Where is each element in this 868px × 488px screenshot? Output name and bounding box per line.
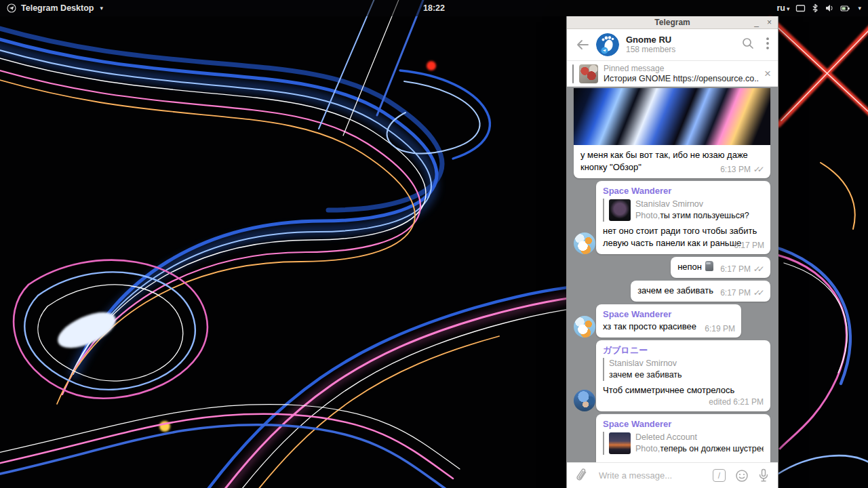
message-time: 6:17 PM [734,241,764,250]
reply-texts: Deleted AccountPhoto,теперь он должен шу… [635,432,764,455]
composer: / [567,462,778,488]
reply-media-prefix: Photo, [635,444,660,453]
message-meta: 6:13 PM✓✓ [720,165,764,174]
minimize-button[interactable]: _ [754,18,759,27]
reply-quote[interactable]: Deleted AccountPhoto,теперь он должен шу… [603,432,764,455]
pinned-accent-bar [572,64,574,83]
pinned-close-button[interactable]: × [764,68,771,79]
message-text: у меня раньше стояла иногда там проще [603,458,764,462]
message-meta: 6:17 PM✓✓ [720,288,764,298]
message-photo[interactable] [574,88,770,145]
reply-author: Deleted Account [635,432,764,443]
moai-emoji [705,261,713,271]
desktop: Telegram Desktop ▾ 18:22 ru▾ ▾ Telegram [0,0,868,488]
chevron-down-icon[interactable]: ▾ [858,5,861,12]
reply-author: Stanislav Smirnov [609,358,682,369]
close-button[interactable]: × [767,18,772,27]
user-avatar[interactable] [574,316,595,338]
reply-quote[interactable]: Stanislav Smirnovзачем ее забивать [603,358,764,381]
message-bubble[interactable]: Space Wandererхз так просто красивее6:19… [596,304,741,338]
message-bubble[interactable]: Space WandererStanislav SmirnovPhoto,ты … [596,181,770,254]
message-row: у меня как бы вот так, ибо не юзаю даже … [574,88,770,178]
user-avatar[interactable] [574,390,595,411]
pinned-message-bar[interactable]: Pinned message История GNOME https://ope… [567,61,778,87]
window-titlebar[interactable]: Telegram _ × [567,16,778,29]
display-icon[interactable] [795,4,806,13]
search-icon [742,37,754,49]
emoji-button[interactable] [735,469,749,483]
pinned-label: Pinned message [604,64,759,74]
chevron-down-icon: ▾ [100,5,103,12]
reply-text-line: зачем ее забивать [609,369,682,381]
voice-message-button[interactable] [758,468,769,483]
reply-text-line: Photo,теперь он должен шустрее ... [635,443,764,455]
message-row: Space WandererStanislav SmirnovPhoto,ты … [574,181,770,254]
microphone-icon [758,468,769,483]
message-bubble[interactable]: непон6:17 PM✓✓ [671,257,770,278]
search-button[interactable] [742,37,754,52]
message-text: Чтоб симметричнее смотрелось [603,384,764,396]
close-icon: × [764,67,771,80]
battery-icon[interactable] [840,4,850,13]
reply-quote[interactable]: Stanislav SmirnovPhoto,ты этим пользуешь… [603,199,764,222]
message-time: 6:17 PM [720,288,751,298]
keyboard-layout-indicator[interactable]: ru▾ [776,3,789,13]
message-bubble[interactable]: Space WandererDeleted AccountPhoto,тепер… [596,414,770,462]
volume-icon[interactable] [825,3,834,13]
pinned-text: История GNOME https://opensource.co... [604,74,759,84]
message-time: edited 6:21 PM [709,397,764,407]
message-author[interactable]: Space Wanderer [603,308,734,320]
reply-text: теперь он должен шустрее ... [660,444,764,453]
message-list: у меня как бы вот так, ибо не юзаю даже … [567,87,778,462]
message-row: Space WandererDeleted AccountPhoto,тепер… [574,414,770,462]
smiley-icon [735,469,749,483]
message-author[interactable]: Space Wanderer [603,185,764,197]
chat-avatar[interactable] [596,33,619,56]
window-title: Telegram [567,18,778,27]
paperclip-icon [576,468,589,483]
back-button[interactable] [576,39,589,50]
clock[interactable]: 18:22 [423,3,445,13]
reply-author: Stanislav Smirnov [635,199,749,210]
top-bar: Telegram Desktop ▾ 18:22 ru▾ ▾ [0,0,868,16]
attach-button[interactable] [576,468,589,483]
pinned-thumbnail [579,64,598,83]
reply-thumbnail [609,199,631,221]
message-author[interactable]: ガブロニー [603,344,764,356]
message-row: непон6:17 PM✓✓ [574,257,770,278]
message-meta: 6:17 PM✓✓ [720,264,764,274]
reply-texts: Stanislav SmirnovPhoto,ты этим пользуешь… [635,199,749,222]
chevron-down-icon: ▾ [787,5,790,12]
chat-title: Gnome RU [626,35,675,45]
bot-command-button[interactable]: / [713,469,726,482]
read-checkmarks-icon: ✓✓ [753,165,765,174]
app-menu-label: Telegram Desktop [21,3,94,13]
message-time: 6:13 PM [720,165,751,174]
chat-subtitle: 158 members [626,45,675,55]
arrow-left-icon [576,39,589,50]
reply-media-prefix: Photo, [635,211,660,220]
message-time: 6:19 PM [705,324,735,333]
reply-texts: Stanislav Smirnovзачем ее забивать [609,358,682,381]
telegram-window: Telegram _ × [566,16,778,488]
reply-text: зачем ее забивать [609,370,682,380]
menu-button[interactable] [766,37,769,52]
message-row: зачем ее забивать6:17 PM✓✓ [574,281,770,302]
message-input[interactable] [599,470,703,481]
app-menu[interactable]: Telegram Desktop ▾ [0,3,103,13]
reply-text-line: Photo,ты этим пользуешься? [635,210,749,222]
message-bubble[interactable]: у меня как бы вот так, ибо не юзаю даже … [574,88,770,178]
read-checkmarks-icon: ✓✓ [753,264,765,274]
message-time: 6:17 PM [720,264,751,274]
read-checkmarks-icon: ✓✓ [753,288,765,298]
message-bubble[interactable]: ガブロニーStanislav Smirnovзачем ее забиватьЧ… [596,340,770,411]
system-tray: ru▾ ▾ [776,3,868,13]
chat-header: Gnome RU 158 members [567,29,778,61]
bluetooth-icon[interactable] [812,3,818,13]
message-author[interactable]: Space Wanderer [603,418,764,430]
reply-thumbnail [609,432,631,454]
message-meta: edited 6:21 PM [603,397,764,407]
message-meta: 6:19 PM [705,324,735,333]
user-avatar[interactable] [574,232,595,254]
message-bubble[interactable]: зачем ее забивать6:17 PM✓✓ [631,281,770,302]
